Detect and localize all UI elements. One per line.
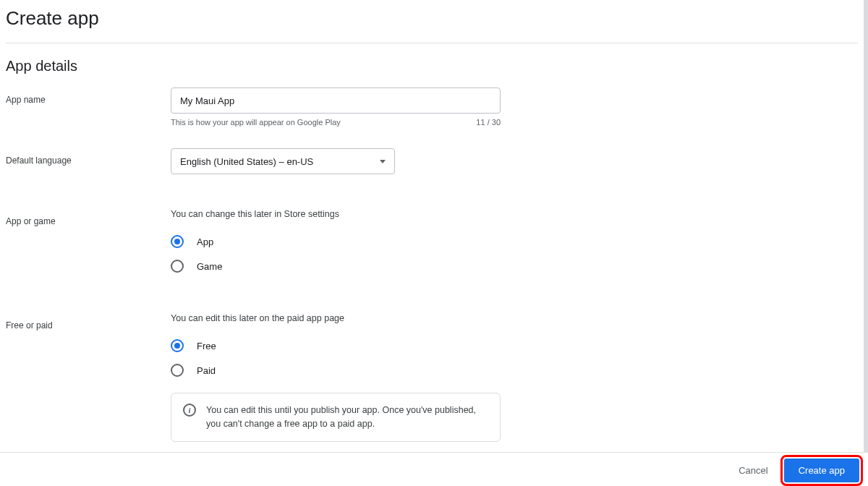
radio-free-label: Free	[197, 341, 216, 351]
chevron-down-icon	[380, 160, 386, 163]
radio-paid-label: Paid	[197, 365, 216, 376]
app-name-input[interactable]	[171, 88, 501, 114]
row-free-or-paid: Free or paid You can edit this later on …	[6, 307, 858, 448]
radio-icon	[171, 364, 184, 377]
radio-icon	[171, 339, 184, 352]
section-app-details-title: App details	[6, 43, 858, 82]
info-free-paid: i You can edit this until you publish yo…	[171, 393, 501, 442]
row-default-language: Default language English (United States)…	[6, 132, 858, 180]
app-name-help: This is how your app will appear on Goog…	[171, 118, 476, 127]
row-app-name: App name This is how your app will appea…	[6, 82, 858, 132]
hint-app-or-game: You can change this later in Store setti…	[171, 209, 735, 229]
info-icon: i	[183, 404, 196, 417]
radio-app-label: App	[197, 236, 213, 247]
language-value: English (United States) – en-US	[180, 156, 313, 167]
footer: Cancel Create app	[0, 453, 868, 486]
info-text: You can edit this until you publish your…	[206, 404, 488, 431]
row-app-or-game: App or game You can change this later in…	[6, 203, 858, 284]
radio-game-label: Game	[197, 261, 222, 272]
language-select[interactable]: English (United States) – en-US	[171, 148, 395, 174]
app-name-counter: 11 / 30	[476, 118, 501, 127]
create-app-button[interactable]: Create app	[784, 459, 859, 482]
label-free-or-paid: Free or paid	[6, 313, 171, 331]
radio-icon	[171, 235, 184, 248]
radio-paid[interactable]: Paid	[171, 358, 735, 383]
hint-free-or-paid: You can edit this later on the paid app …	[171, 313, 735, 333]
radio-icon	[171, 260, 184, 273]
label-app-name: App name	[6, 88, 171, 105]
radio-game[interactable]: Game	[171, 254, 735, 278]
label-default-language: Default language	[6, 148, 171, 166]
radio-app[interactable]: App	[171, 229, 735, 254]
label-app-or-game: App or game	[6, 209, 171, 226]
page-title: Create app	[6, 0, 858, 43]
cancel-button[interactable]: Cancel	[733, 459, 773, 482]
radio-free[interactable]: Free	[171, 333, 735, 358]
